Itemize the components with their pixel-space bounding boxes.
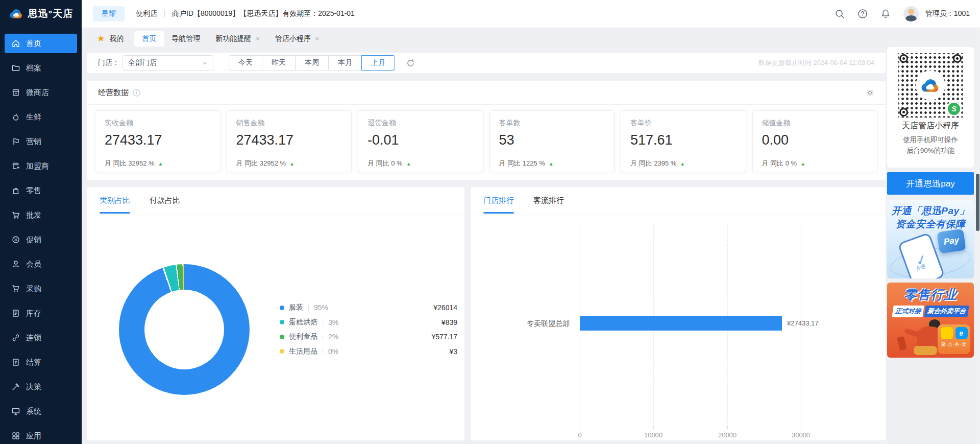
close-icon[interactable]: × [256,35,260,42]
tab-home[interactable]: 首页 [134,31,164,46]
category-donut-chart[interactable] [119,264,250,395]
miniprogram-qr-card: S 天店管店小程序 使用手机即可操作 后台90%的功能 [887,47,974,168]
metric-yoy: 月 同比 1225 % [499,159,545,168]
sidebar-item-apps[interactable]: 应用 [0,426,82,444]
delivery-platform-ad-banner[interactable]: 零售行业 正式对接 聚合外卖平台 e 聚·合·外·卖 [887,283,974,358]
metric-yoy: 月 同比 32952 % [236,159,286,168]
range-this-week-button[interactable]: 本周 [295,55,329,71]
sidebar-item-promotion[interactable]: 促销 [0,230,82,253]
user-name: 管理员：1001 [925,9,970,18]
sidebar-item-archives[interactable]: 档案 [0,58,82,81]
store-select-value: 全部门店 [128,58,157,67]
store-select[interactable]: 全部门店 [122,55,213,71]
sidebar-item-label: 采购 [26,284,41,294]
bell-icon[interactable] [880,9,891,19]
sidebar-item-label: 应用 [26,431,41,441]
sidebar-item-franchisee[interactable]: 加盟商 [0,156,82,179]
sixun-pay-ad-banner[interactable]: 开通「思迅Pay」 资金安全有保障 ✓ 开通 Pay [887,200,974,278]
invoice-yen-icon [11,358,20,367]
topbar-actions: 管理员：1001 [835,6,980,21]
store-type-label: 便利店 [136,9,157,18]
sidebar-item-label: 决策 [26,382,41,392]
sidebar-item-members[interactable]: 会员 [0,254,82,277]
avatar[interactable] [903,6,919,21]
divider [129,35,129,42]
sidebar-item-label: 加盟商 [26,161,49,171]
tab-new-features[interactable]: 新功能提醒 × [208,31,267,46]
tab-payment-share[interactable]: 付款占比 [150,187,180,214]
metric-card-stored-value[interactable]: 储值金额 0.00 月 同比 0 %▲ [752,110,878,172]
range-last-month-button[interactable]: 上月 [361,55,395,71]
metric-card-refund-amount[interactable]: 退货金额 -0.01 月 同比 0 %▲ [358,110,483,172]
up-triangle-icon: ▲ [680,161,685,167]
filter-bar: 门店： 全部门店 今天 昨天 本周 本月 上月 数据更新截止时间 2024-06… [87,53,886,73]
help-icon[interactable] [857,9,868,19]
search-icon[interactable] [835,9,845,19]
sidebar-item-label: 系统 [26,407,41,416]
range-yesterday-button[interactable]: 昨天 [262,55,296,71]
metric-card-sales-amount[interactable]: 销售金额 27433.17 月 同比 32952 %▲ [227,110,352,172]
metric-yoy: 月 同比 32952 % [105,159,155,168]
tabbar: ★ 我的 首页 导航管理 新功能提醒 × 管店小程序 × [82,28,888,49]
metric-yoy: 月 同比 0 % [368,159,403,168]
metric-value: 517.61 [630,132,737,148]
legend-item[interactable]: 服装 95% ¥26014 [280,300,457,315]
metric-value: 27433.17 [105,132,211,148]
metric-yoy: 月 同比 2395 % [630,159,676,168]
delivery-apps-card: e 聚·合·外·卖 [938,324,970,354]
metric-card-order-count[interactable]: 客单数 53 月 同比 1225 %▲ [489,110,615,172]
page-scrollbar[interactable] [975,28,980,444]
avatar-head [908,9,914,15]
sidebar-item-label: 结算 [26,358,41,367]
sidebar-item-inventory[interactable]: 库存 [0,303,82,326]
metric-label: 退货金额 [368,119,474,128]
sidebar-item-system[interactable]: 系统 [0,402,82,425]
qr-eye-icon [899,54,908,63]
legend-item[interactable]: 便利食品 2% ¥577.17 [280,330,457,344]
sidebar-item-home[interactable]: 首页 [0,34,82,57]
tab-traffic-ranking[interactable]: 客流排行 [533,187,564,214]
open-sixun-pay-button[interactable]: 开通思迅pay [887,172,974,195]
x-axis-label: 30000 [792,431,810,439]
close-icon[interactable]: × [315,35,320,42]
tab-store-miniprogram[interactable]: 管店小程序 × [267,31,327,46]
sidebar-item-retail[interactable]: 零售 [0,181,82,204]
sidebar-item-microstore[interactable]: 微商店 [0,83,82,106]
favorite-star-icon[interactable]: ★ [97,33,105,44]
tab-category-share[interactable]: 类别占比 [100,187,130,214]
refresh-icon[interactable] [406,59,415,67]
up-triangle-icon: ▲ [158,161,163,167]
monitor-icon [11,407,20,416]
metric-card-received-amount[interactable]: 实收金额 27433.17 月 同比 32952 %▲ [95,110,220,172]
metric-card-avg-order-value[interactable]: 客单价 517.61 月 同比 2395 %▲ [621,110,746,172]
tab-nav-management[interactable]: 导航管理 [164,31,208,46]
category-panel-tabs: 类别占比 付款占比 [87,187,464,215]
gear-icon[interactable] [866,88,874,97]
legend-dot [280,306,284,310]
info-icon[interactable] [133,89,140,97]
axis-tick [801,427,801,429]
sidebar-item-purchasing[interactable]: 采购 [0,279,82,302]
legend-item[interactable]: 生活用品 0% ¥3 [280,344,457,359]
sidebar-item-chain[interactable]: 连锁 [0,328,82,351]
range-today-button[interactable]: 今天 [229,55,262,71]
axis-tick [580,427,580,429]
storefront-icon [11,88,20,97]
ad-subheadline: 资金安全有保障 [887,218,974,231]
plan-badge[interactable]: 星耀 [93,6,125,21]
sidebar-item-fresh[interactable]: 生鲜 [0,107,82,130]
x-axis-label: 0 [578,431,581,439]
sidebar-item-wholesale[interactable]: 批发 [0,205,82,228]
miniprogram-badge-icon: S [946,101,962,116]
sidebar-item-settlement[interactable]: 结算 [0,353,82,376]
ranking-bar[interactable] [580,316,782,331]
metric-label: 实收金额 [105,119,211,128]
favorites-label[interactable]: 我的 [109,34,124,43]
sidebar-item-marketing[interactable]: 营销 [0,132,82,155]
legend-item[interactable]: 蛋糕烘焙 3% ¥839 [280,315,457,330]
scrollbar-thumb[interactable] [976,174,979,231]
range-this-month-button[interactable]: 本月 [328,55,362,71]
tab-store-ranking[interactable]: 门店排行 [483,187,514,214]
sidebar-item-decision[interactable]: 决策 [0,377,82,400]
folder-icon [11,63,20,73]
